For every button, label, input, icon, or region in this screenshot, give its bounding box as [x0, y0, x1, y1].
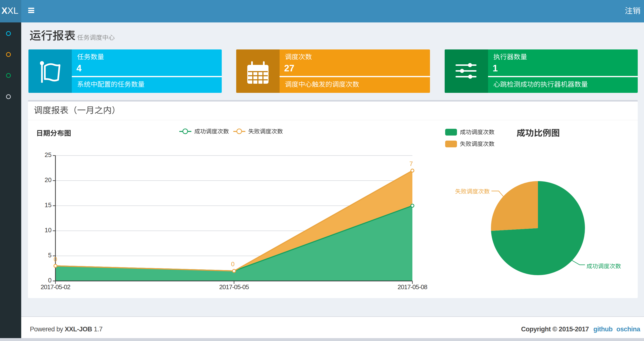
svg-text:25: 25	[44, 151, 52, 158]
svg-text:7: 7	[410, 160, 413, 167]
svg-text:2017-05-08: 2017-05-08	[398, 283, 428, 291]
svg-text:20: 20	[44, 176, 52, 184]
svg-text:10: 10	[44, 226, 52, 234]
svg-text:2017-05-05: 2017-05-05	[219, 283, 249, 291]
svg-text:2017-05-02: 2017-05-02	[41, 283, 70, 291]
svg-text:0: 0	[48, 277, 52, 284]
svg-text:0: 0	[54, 256, 57, 263]
svg-text:0: 0	[231, 260, 234, 268]
svg-text:5: 5	[48, 251, 52, 259]
svg-text:15: 15	[44, 201, 52, 209]
